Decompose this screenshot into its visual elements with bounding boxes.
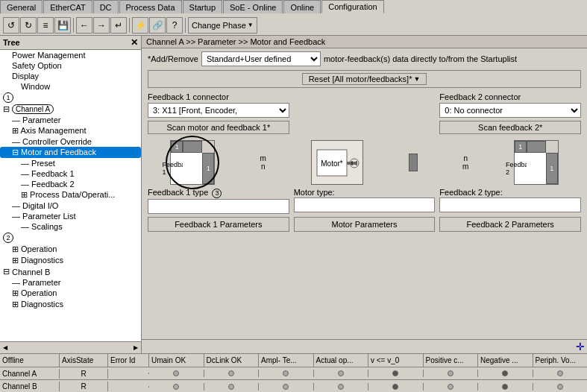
motor-type-input[interactable] bbox=[294, 197, 436, 212]
forward-btn[interactable]: → bbox=[93, 17, 110, 34]
help-btn[interactable]: ? bbox=[166, 17, 183, 34]
tab-dc[interactable]: DC bbox=[93, 0, 119, 13]
tree-scroll-right[interactable]: ▶ bbox=[131, 344, 141, 351]
svg-rect-2 bbox=[347, 162, 356, 165]
tree-item-safety-option[interactable]: Safety Option bbox=[0, 60, 141, 71]
tree-item-chb-diagnostics[interactable]: ⊞ Diagnostics bbox=[0, 299, 141, 310]
tree-item-power-management[interactable]: Power Management bbox=[0, 50, 141, 60]
status-col-periph: Periph. Vo... bbox=[533, 354, 588, 367]
expand-icon: ⊟ bbox=[3, 104, 10, 114]
add-remove-label: *Add/Remove bbox=[148, 54, 198, 63]
mn-labels-left: m n bbox=[260, 154, 266, 171]
led-chb-vv0 bbox=[392, 384, 398, 390]
status-cell-chb-dclink bbox=[204, 383, 260, 391]
tree-item-feedback2[interactable]: — Feedback 2 bbox=[0, 179, 141, 189]
change-phase-arrow-icon: ▼ bbox=[248, 22, 254, 28]
fb1-type-label: Feedback 1 type 3 bbox=[148, 188, 289, 198]
status-cell-chb-error bbox=[108, 386, 149, 388]
type-labels-row: Feedback 1 type 3 Motor type: Feedback 2… bbox=[148, 188, 581, 214]
fb1-param-btn[interactable]: Feedback 1 Parameters bbox=[148, 217, 289, 232]
flash-btn[interactable]: ⚡ bbox=[132, 17, 148, 34]
tree-close-icon[interactable]: ✕ bbox=[131, 37, 138, 48]
refresh-btn[interactable]: ↺ bbox=[3, 17, 19, 34]
led-chb-pos bbox=[448, 384, 453, 390]
param-buttons-row: Feedback 1 Parameters Motor Parameters F… bbox=[148, 217, 581, 232]
enter-btn[interactable]: ↵ bbox=[110, 17, 127, 34]
tree-item-operation[interactable]: ⊞ Operation bbox=[0, 244, 141, 255]
status-row-channel-b: Channel B R bbox=[0, 380, 587, 392]
status-cell-cha-actual bbox=[314, 370, 369, 377]
reset-button[interactable]: Reset [All motor/feedbacks]* ▼ bbox=[302, 73, 427, 85]
tab-general[interactable]: General bbox=[0, 0, 43, 13]
status-cell-chb-neg bbox=[478, 383, 533, 391]
led-chb-ampl bbox=[283, 384, 289, 390]
tree-item-diagnostics[interactable]: ⊞ Diagnostics bbox=[0, 255, 141, 266]
led-cha-umain bbox=[173, 370, 179, 376]
link-btn[interactable]: 🔗 bbox=[149, 17, 166, 34]
scan-feedback2-btn[interactable]: Scan feedback 2* bbox=[439, 121, 581, 134]
add-remove-dropdown[interactable]: Standard+User defined bbox=[201, 51, 321, 66]
tree-item-channel-a[interactable]: ⊟ Channel A bbox=[0, 104, 141, 115]
tree-item-parameter[interactable]: — Parameter bbox=[0, 115, 141, 125]
reset-row: Reset [All motor/feedbacks]* ▼ bbox=[148, 70, 581, 88]
tree-content: Power Management Safety Option Display W… bbox=[0, 50, 141, 341]
led-chb-umain bbox=[173, 384, 179, 390]
tab-startup[interactable]: Startup bbox=[183, 0, 222, 13]
tree-scroll-controls: ◀ ▶ bbox=[0, 341, 141, 353]
tree-item-window[interactable]: Window bbox=[0, 81, 141, 92]
status-col-dclink: DcLink OK bbox=[204, 354, 260, 367]
three-column-area: Feedback 1 connector 3: X11 [Front, Enco… bbox=[148, 92, 581, 137]
tree-item-display[interactable]: Display bbox=[0, 71, 141, 81]
chb-expand: ⊟ bbox=[3, 267, 10, 276]
fb2-param-btn[interactable]: Feedback 2 Parameters bbox=[439, 217, 581, 232]
back-btn[interactable]: ← bbox=[76, 17, 92, 34]
tree-item-process-data[interactable]: ⊞ Process Data/Operati... bbox=[0, 189, 141, 200]
fb1-connector-select[interactable]: 3: X11 [Front, Encoder, bbox=[148, 103, 289, 118]
scroll-plus-icon[interactable]: ✛ bbox=[576, 341, 585, 353]
tree-item-axis-management[interactable]: ⊞ Axis Management bbox=[0, 125, 141, 136]
fb2-type-label: Feedback 2 type: bbox=[439, 188, 581, 197]
tree-item-channel-b[interactable]: ⊟ Channel B bbox=[0, 266, 141, 277]
status-cell-chb-umain bbox=[149, 383, 204, 391]
fb1-num-top: 1 bbox=[171, 141, 183, 153]
tab-configuration[interactable]: Configuration bbox=[321, 0, 383, 13]
mn-labels-right: n m bbox=[462, 154, 468, 171]
status-cell-cha-dclink bbox=[204, 370, 260, 377]
tree-item-parameter-list[interactable]: — Parameter List bbox=[0, 211, 141, 221]
tree-item-feedback1[interactable]: — Feedback 1 bbox=[0, 168, 141, 179]
tree-btn[interactable]: ≡ bbox=[37, 17, 54, 34]
tree-item-preset[interactable]: — Preset bbox=[0, 158, 141, 168]
tree-item-controller-override[interactable]: — Controller Override bbox=[0, 136, 141, 147]
tree-item-chb-operation[interactable]: ⊞ Operation bbox=[0, 288, 141, 299]
fb1-type-input[interactable] bbox=[148, 199, 289, 214]
fb2-connector-select[interactable]: 0: No connector bbox=[439, 103, 581, 118]
led-cha-vv0 bbox=[392, 370, 398, 376]
tree-item-scalings[interactable]: — Scalings bbox=[0, 221, 141, 232]
scan-fb2-label: Scan feedback 2* bbox=[478, 123, 542, 132]
tab-online[interactable]: Online bbox=[283, 0, 321, 13]
tab-process-data[interactable]: Process Data bbox=[119, 0, 182, 13]
motor-type-group: Motor type: bbox=[294, 188, 436, 214]
tree-scroll-left[interactable]: ◀ bbox=[0, 344, 10, 351]
tree-item-motor-feedback[interactable]: ⊟ Motor and Feedback bbox=[0, 147, 141, 158]
reload-btn[interactable]: ↻ bbox=[20, 17, 37, 34]
tab-ethercat[interactable]: EtherCAT bbox=[43, 0, 92, 13]
tab-soe-online[interactable]: SoE - Online bbox=[223, 0, 283, 13]
status-col-offline: Offline bbox=[0, 354, 60, 367]
middle-area: Tree ✕ Power Management Safety Option Di… bbox=[0, 36, 587, 353]
tree-item-digital-io[interactable]: — Digital I/O bbox=[0, 200, 141, 211]
motor-param-btn[interactable]: Motor Parameters bbox=[294, 217, 436, 232]
scan-motor-feedback-btn[interactable]: Scan motor and feedback 1* bbox=[148, 121, 289, 134]
status-cell-cha-periph bbox=[533, 370, 588, 377]
motor-type-label: Motor type: bbox=[294, 188, 436, 197]
tree-item-chb-parameter[interactable]: — Parameter bbox=[0, 277, 141, 288]
callout-1-icon: 1 bbox=[3, 92, 13, 103]
status-row-channel-a: Channel A R bbox=[0, 367, 587, 380]
fb2-type-input[interactable] bbox=[439, 197, 581, 212]
change-phase-button[interactable]: Change Phase ▼ bbox=[188, 17, 257, 34]
n-label: n bbox=[261, 162, 266, 171]
status-cell-cha-pos bbox=[424, 370, 479, 377]
status-cell-cha-vv0 bbox=[368, 370, 424, 377]
tree-item-callout-2: 2 bbox=[0, 232, 141, 244]
save-btn[interactable]: 💾 bbox=[54, 17, 71, 34]
